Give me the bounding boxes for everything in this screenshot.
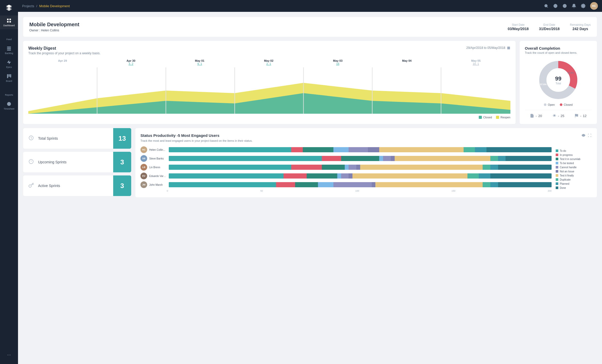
seg-done	[486, 147, 552, 152]
sp-header: Status Productivity -5 Most Engaged User…	[140, 133, 592, 138]
reopen-dot	[496, 116, 499, 119]
upcoming-sprints-icon	[28, 159, 34, 165]
dot-done	[556, 187, 558, 189]
sidebar-item-dashboard[interactable]: Dashboard	[0, 15, 18, 29]
calendar-icon[interactable]	[507, 46, 510, 50]
day-may03: May 03 16	[333, 59, 343, 65]
sidebar-label-timesheet: Timesheet	[4, 108, 14, 110]
seg-not-issue	[368, 147, 379, 152]
avatar-helen: HC	[140, 146, 147, 153]
legend-cannot-handle: Cannot handle	[556, 166, 592, 169]
breadcrumb-active-project: Mobile Development	[39, 4, 70, 8]
breadcrumb-projects[interactable]: Projects	[22, 4, 34, 8]
completion-title: Overall Completion	[525, 46, 592, 50]
stat-flags: - 12	[574, 114, 587, 118]
legend-inprogress: In progress	[556, 154, 592, 156]
bar-track-eduardo	[169, 173, 552, 179]
legend-to-be-tested: To be tested	[556, 162, 592, 165]
svg-rect-7	[7, 74, 8, 78]
bar-row-john: JM John Marsh	[140, 181, 552, 188]
svg-rect-4	[7, 47, 11, 47]
total-sprints-icon	[28, 135, 34, 142]
dot-test-scrumlab	[556, 158, 558, 160]
sidebar-more[interactable]: ···	[7, 348, 11, 361]
x-label-200: 200	[548, 190, 552, 192]
name-eduardo: Eduardo Varg...	[149, 175, 167, 177]
svg-rect-0	[7, 19, 9, 20]
active-sprints-count: 3	[113, 175, 131, 196]
sidebar-item-epics[interactable]: Epics	[0, 57, 18, 71]
sidebar-label-epics: Epics	[6, 66, 12, 68]
legend-not-issue: Not an Issue	[556, 170, 592, 173]
name-lin: Lin Brenn	[149, 166, 167, 169]
svg-point-28	[554, 115, 555, 116]
day-may01: May 01 9, 1	[195, 59, 205, 65]
digest-title: Weekly Digest	[28, 46, 100, 51]
closed-dot-donut	[560, 103, 562, 106]
dot-inprogress	[556, 154, 558, 156]
dot-planned	[556, 182, 558, 185]
page-body: Mobile Development Owner : Helen Collins…	[18, 12, 602, 364]
app-logo[interactable]	[4, 3, 14, 13]
seg-planned	[475, 147, 486, 152]
dot-duplicate	[556, 178, 558, 181]
name-helen: Helen Collin...	[149, 148, 167, 151]
bar-track-helen	[169, 147, 552, 152]
open-dot	[544, 103, 546, 106]
bug-icon	[552, 114, 556, 118]
completion-stats: - 20 - 25 - 12	[525, 110, 592, 118]
upcoming-sprints-count: 3	[113, 152, 131, 172]
remaining-days-meta: Remaining Days 242 Days	[570, 23, 591, 31]
bottom-grid: Total Sprints 13 Upcoming Sprints 3	[23, 128, 597, 197]
svg-text:57.6%: 57.6%	[540, 83, 547, 86]
legend-closed-donut: Closed	[560, 103, 572, 106]
svg-point-32	[583, 135, 584, 136]
sidebar: Dashboard Feed Backlog Epics Board Repor…	[0, 0, 18, 364]
avatar-eduardo: EV	[140, 173, 147, 179]
sidebar-label-backlog: Backlog	[5, 52, 13, 55]
sidebar-item-backlog[interactable]: Backlog	[0, 43, 18, 57]
search-icon[interactable]	[544, 4, 548, 8]
seg-cannot	[349, 147, 368, 152]
user-avatar[interactable]: HC	[590, 2, 598, 10]
project-title-block: Mobile Development Owner : Helen Collins	[29, 22, 79, 32]
svg-text:42.4%: 42.4%	[567, 72, 574, 74]
sidebar-label-reports: Reports	[5, 94, 13, 96]
dot-test-finally	[556, 174, 558, 177]
start-date-meta: Start Date 03/May/2018	[508, 23, 529, 31]
globe-icon[interactable]	[553, 4, 558, 8]
sp-title: Status Productivity -5 Most Engaged User…	[140, 133, 219, 138]
svg-rect-6	[7, 50, 11, 50]
legend-reopen: Reopen	[496, 116, 510, 119]
eye-icon[interactable]	[581, 133, 586, 137]
avatar-john: JM	[140, 181, 147, 188]
x-label-50: 50	[260, 190, 263, 192]
main-grid: Weekly Digest Track the progress of your…	[23, 41, 597, 124]
legend-test-finally: Test it finally	[556, 174, 592, 177]
sidebar-item-board[interactable]: Board	[0, 71, 18, 85]
svg-rect-1	[10, 19, 11, 20]
legend-duplicate: Duplicate	[556, 178, 592, 181]
day-may05: May 05 10, 1	[471, 59, 481, 65]
expand-icon[interactable]	[588, 133, 592, 137]
sidebar-item-feed[interactable]: Feed	[0, 29, 18, 43]
sidebar-label-board: Board	[6, 80, 12, 82]
sp-legend: To do In progress Test it in scrumlab	[556, 146, 592, 192]
active-sprints-icon	[28, 182, 34, 189]
sidebar-item-timesheet[interactable]: Timesheet	[0, 99, 18, 113]
digest-title-block: Weekly Digest Track the progress of your…	[28, 46, 100, 55]
settings-icon[interactable]	[581, 4, 586, 8]
clock-icon[interactable]	[562, 4, 567, 8]
x-axis: 0 50 100 150 200	[140, 190, 552, 192]
stat-documents: - 20	[530, 114, 542, 118]
x-label-0: 0	[167, 190, 168, 192]
seg-test-finally	[379, 147, 463, 152]
day-may02: May 02 2, 1	[264, 59, 273, 65]
bell-icon[interactable]	[572, 4, 576, 8]
x-label-100: 100	[355, 190, 359, 192]
sidebar-item-reports[interactable]: Reports	[0, 85, 18, 99]
project-title: Mobile Development	[29, 22, 79, 28]
dot-todo	[556, 149, 558, 152]
legend-planned: Planned	[556, 182, 592, 185]
status-productivity-card: Status Productivity -5 Most Engaged User…	[135, 128, 597, 197]
